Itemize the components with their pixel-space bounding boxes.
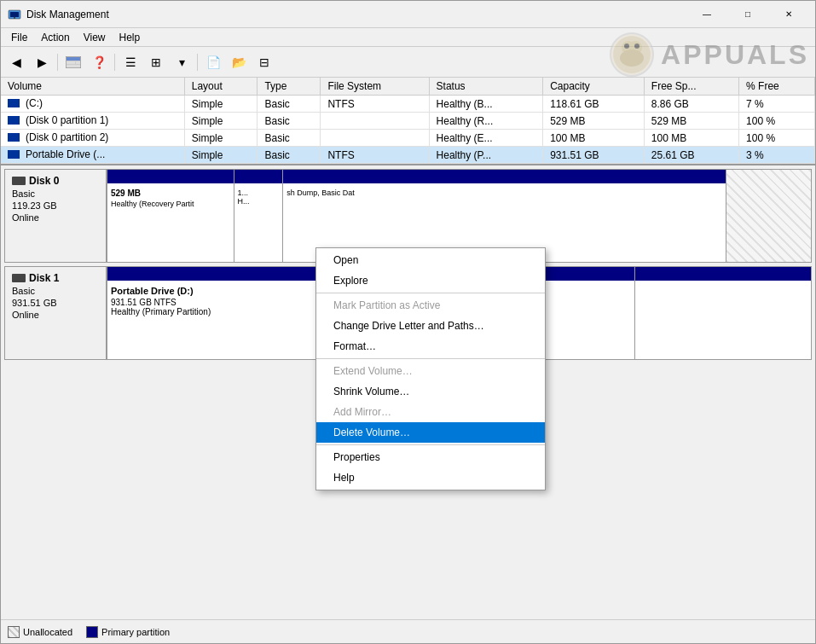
logo-text: APPUALS xyxy=(661,39,809,71)
col-volume[interactable]: Volume xyxy=(1,78,184,96)
title-bar: Disk Management — □ ✕ xyxy=(1,1,815,28)
col-capacity[interactable]: Capacity xyxy=(543,78,645,96)
col-type[interactable]: Type xyxy=(258,78,321,96)
context-menu-item: Add Mirror… xyxy=(316,402,545,422)
close-button[interactable]: ✕ xyxy=(769,2,808,27)
legend-bar: Unallocated Primary partition xyxy=(1,619,815,643)
table-cell: 100 MB xyxy=(543,130,645,147)
legend-primary-label: Primary partition xyxy=(101,627,170,637)
menu-file[interactable]: File xyxy=(4,30,34,45)
table-cell: 100 % xyxy=(739,130,815,147)
svg-rect-1 xyxy=(10,12,19,17)
context-menu-item[interactable]: Shrink Volume… xyxy=(316,381,545,402)
svg-rect-13 xyxy=(67,65,80,67)
table-row[interactable]: (C:)SimpleBasicNTFSHealthy (B...118.61 G… xyxy=(1,96,815,113)
table-cell: NTFS xyxy=(321,96,429,113)
table-cell: 931.51 GB xyxy=(543,147,645,164)
table-row[interactable]: (Disk 0 partition 1)SimpleBasicHealthy (… xyxy=(1,113,815,130)
table-cell: Simple xyxy=(184,130,258,147)
toolbar-sep-2 xyxy=(114,54,115,71)
table-cell: 8.86 GB xyxy=(644,96,738,113)
open-button[interactable]: 📂 xyxy=(227,50,251,74)
svg-point-8 xyxy=(634,44,639,49)
context-menu: OpenExploreMark Partition as ActiveChang… xyxy=(315,247,546,490)
svg-rect-10 xyxy=(67,57,80,61)
col-filesystem[interactable]: File System xyxy=(321,78,429,96)
table-cell: 100 % xyxy=(739,113,815,130)
svg-point-7 xyxy=(624,44,629,49)
menu-view[interactable]: View xyxy=(77,30,113,45)
legend-unallocated-box xyxy=(8,626,20,638)
grid-button[interactable]: ⊟ xyxy=(252,50,276,74)
table-cell: 25.61 GB xyxy=(644,147,738,164)
table-cell: 118.61 GB xyxy=(543,96,645,113)
disk-0-size: 119.23 GB xyxy=(12,200,99,211)
title-icon xyxy=(8,8,21,21)
context-menu-item[interactable]: Properties xyxy=(316,447,545,467)
menu-help[interactable]: Help xyxy=(113,30,148,45)
table-cell: 3 % xyxy=(739,147,815,164)
table-cell: (Disk 0 partition 1) xyxy=(1,113,184,130)
table-cell: Healthy (B... xyxy=(429,96,543,113)
table-row[interactable]: Portable Drive (...SimpleBasicNTFSHealth… xyxy=(1,147,815,164)
svg-point-2 xyxy=(14,17,15,19)
disk-map-button[interactable] xyxy=(61,50,85,74)
table-cell: 529 MB xyxy=(543,113,645,130)
context-menu-item[interactable]: Change Drive Letter and Paths… xyxy=(316,316,545,336)
table-cell: Healthy (R... xyxy=(429,113,543,130)
table-cell: (Disk 0 partition 2) xyxy=(1,130,184,147)
table-cell: Simple xyxy=(184,147,258,164)
table-cell: 100 MB xyxy=(644,130,738,147)
disk-0-partition-recovery[interactable]: 529 MB Healthy (Recovery Partit xyxy=(107,170,234,262)
list-view-button[interactable]: ☰ xyxy=(119,50,142,74)
table-cell: Healthy (P... xyxy=(429,147,543,164)
table-cell: Basic xyxy=(258,147,321,164)
context-menu-item[interactable]: Delete Volume… xyxy=(316,422,545,443)
detail-view-button[interactable]: ⊞ xyxy=(144,50,168,74)
table-cell: Basic xyxy=(258,113,321,130)
col-layout[interactable]: Layout xyxy=(184,78,258,96)
new-button[interactable]: 📄 xyxy=(201,50,225,74)
disk-1-status: Online xyxy=(12,310,99,320)
table-cell: NTFS xyxy=(321,147,429,164)
col-pct[interactable]: % Free xyxy=(739,78,815,96)
disk-0-type: Basic xyxy=(12,189,99,199)
disk-table-section: Volume Layout Type File System Status Ca… xyxy=(1,78,815,165)
svg-rect-11 xyxy=(67,61,75,64)
context-menu-item[interactable]: Help xyxy=(316,467,545,488)
table-cell: Basic xyxy=(258,130,321,147)
table-cell: 529 MB xyxy=(644,113,738,130)
table-cell: Portable Drive (... xyxy=(1,147,184,164)
context-menu-item: Extend Volume… xyxy=(316,361,545,381)
back-button[interactable]: ◀ xyxy=(4,50,28,74)
table-row[interactable]: (Disk 0 partition 2)SimpleBasicHealthy (… xyxy=(1,130,815,147)
main-window: Disk Management — □ ✕ APPUALS File Actio… xyxy=(0,0,816,644)
svg-rect-12 xyxy=(76,61,80,64)
disk-0-info: Disk 0 Basic 119.23 GB Online xyxy=(5,170,107,262)
minimize-button[interactable]: — xyxy=(687,2,726,27)
disk-1-size: 931.51 GB xyxy=(12,298,99,308)
disk-0-partition-efi[interactable]: 1... H... xyxy=(234,170,284,262)
disk-table: Volume Layout Type File System Status Ca… xyxy=(1,78,815,164)
table-cell: Simple xyxy=(184,113,258,130)
table-cell xyxy=(321,130,429,147)
toolbar-sep-1 xyxy=(57,54,58,71)
title-bar-buttons: — □ ✕ xyxy=(687,2,808,27)
context-menu-separator xyxy=(316,358,545,359)
disk-1-info: Disk 1 Basic 931.51 GB Online xyxy=(5,267,107,359)
col-status[interactable]: Status xyxy=(429,78,543,96)
context-menu-separator xyxy=(316,293,545,293)
legend-unallocated-label: Unallocated xyxy=(23,627,72,637)
maximize-button[interactable]: □ xyxy=(728,2,767,27)
help-button[interactable]: ❓ xyxy=(87,50,111,74)
context-menu-item[interactable]: Format… xyxy=(316,336,545,357)
forward-button[interactable]: ▶ xyxy=(30,50,54,74)
context-menu-item[interactable]: Explore xyxy=(316,270,545,291)
legend-primary-box xyxy=(86,626,98,638)
context-menu-item[interactable]: Open xyxy=(316,250,545,270)
legend-unallocated: Unallocated xyxy=(8,626,72,638)
table-cell: 7 % xyxy=(739,96,815,113)
menu-action[interactable]: Action xyxy=(34,30,76,45)
col-free[interactable]: Free Sp... xyxy=(644,78,738,96)
dropdown-button[interactable]: ▾ xyxy=(170,50,194,74)
